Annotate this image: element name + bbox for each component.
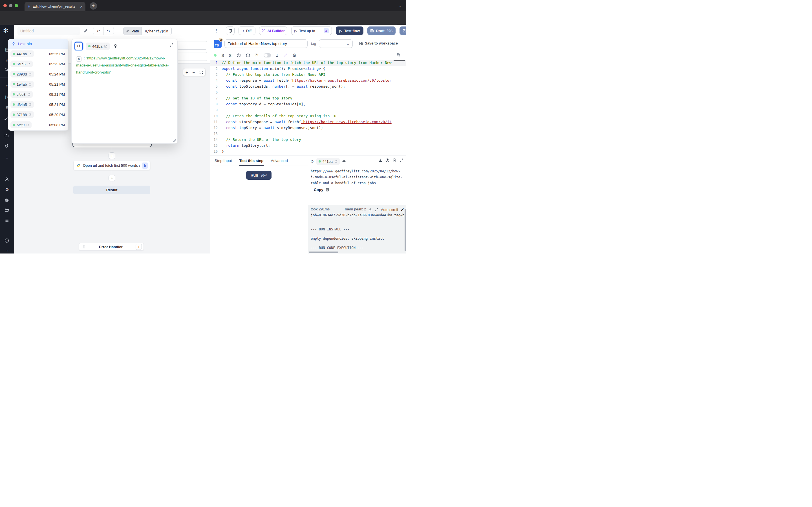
history-icon[interactable]: ↺	[310, 159, 314, 164]
undo-button[interactable]: ↶	[93, 27, 103, 35]
path-value[interactable]: u/henri/pin	[142, 27, 172, 35]
pin-toggle-icon[interactable]	[342, 159, 346, 163]
windmill-logo[interactable]: ✻	[3, 27, 8, 34]
download-logs-icon[interactable]	[368, 208, 372, 212]
user-icon[interactable]	[4, 177, 10, 182]
diff-mode-icon[interactable]: ±	[276, 53, 278, 57]
copy-button[interactable]: Copy	[314, 187, 329, 192]
external-link-icon[interactable]	[26, 123, 29, 126]
code-line[interactable]: 5 const topStoriesIds: number[] = await …	[210, 83, 406, 89]
code-line[interactable]: 7 // Get the ID of the top story	[210, 95, 406, 101]
zoom-out-icon[interactable]: −	[192, 70, 195, 75]
pin-list-item[interactable]: d34a5 05:21 PM	[8, 100, 68, 110]
redo-button[interactable]: ↷	[103, 27, 114, 35]
external-link-icon[interactable]	[335, 160, 338, 163]
error-handler-node[interactable]: Error Handler +	[79, 243, 144, 251]
add-step-button[interactable]: +	[109, 175, 115, 181]
pin-id-pill[interactable]: 2893d	[10, 71, 34, 77]
code-line[interactable]: 1// Define the main function to fetch th…	[210, 60, 406, 66]
auto-scroll-check-icon[interactable]: ✓	[401, 207, 404, 212]
help-icon[interactable]: ?	[4, 238, 10, 243]
editor-settings-gear-icon[interactable]: ⚙	[292, 53, 296, 58]
external-link-icon[interactable]	[29, 52, 32, 55]
resources-icon[interactable]: $	[229, 53, 231, 58]
external-link-icon[interactable]	[104, 45, 107, 48]
fullscreen-icon[interactable]	[400, 158, 403, 162]
code-line[interactable]: 11 const storyResponse = await fetch(`ht…	[210, 119, 406, 125]
pin-id-pill[interactable]: cfee3	[10, 91, 33, 98]
pin-list-item[interactable]: 441ba 05:25 PM	[8, 49, 68, 59]
code-line[interactable]: 4 const response = await fetch('https://…	[210, 77, 406, 83]
flow-title-input[interactable]: Untitled	[17, 27, 80, 35]
pin-list-item[interactable]: cfee3 05:21 PM	[8, 89, 68, 100]
docs-book-button[interactable]	[226, 26, 235, 35]
pin-list-item[interactable]: 6fcf9 05:08 PM	[8, 120, 68, 130]
reload-icon[interactable]: ↻	[255, 53, 259, 58]
workers-robot-icon[interactable]	[4, 198, 10, 202]
external-link-icon[interactable]	[29, 103, 32, 106]
pin-id-pill[interactable]: 1e4ab	[10, 81, 34, 88]
code-line[interactable]: 2export async function main(): Promise<s…	[210, 66, 406, 71]
expand-logs-icon[interactable]	[375, 208, 378, 212]
tab-close-icon[interactable]: ×	[80, 4, 83, 9]
variables-icon[interactable]: $	[221, 53, 224, 58]
code-scrollbar[interactable]	[394, 60, 405, 61]
package-icon[interactable]	[237, 53, 241, 57]
pin-id-pill[interactable]: 37188	[10, 111, 34, 118]
code-line[interactable]: 9	[210, 107, 406, 113]
code-line[interactable]: 15 return topStory.url;	[210, 143, 406, 149]
code-line[interactable]: 12 const topStory = await storyResponse.…	[210, 125, 406, 131]
ai-wand-icon[interactable]	[283, 53, 287, 57]
pin-list-item[interactable]: 2893d 05:24 PM	[8, 69, 68, 79]
logs-vertical-scrollbar[interactable]	[405, 209, 406, 251]
test-up-to-button[interactable]: ▷ Test up to a	[291, 26, 332, 35]
logs-horizontal-scrollbar[interactable]	[309, 251, 338, 253]
save-to-workspace-button[interactable]: Save to workspace	[359, 41, 398, 45]
code-line[interactable]: 13	[210, 131, 406, 136]
draft-button[interactable]: Draft ⌘S	[367, 26, 396, 35]
pin-list-item[interactable]: 6f1c6 05:25 PM	[8, 59, 68, 69]
tab-advanced[interactable]: Advanced	[271, 156, 288, 166]
external-link-icon[interactable]	[29, 113, 32, 116]
add-step-button[interactable]: +	[109, 152, 115, 159]
new-tab-button[interactable]: +	[90, 2, 97, 10]
tag-select[interactable]: ⌄	[319, 40, 353, 48]
code-editor[interactable]: 1// Define the main function to fetch th…	[210, 60, 406, 155]
deploy-button[interactable]: Deploy	[400, 26, 406, 35]
external-link-icon[interactable]	[28, 93, 31, 96]
tab-search-chevron-icon[interactable]: ⌄	[397, 3, 403, 9]
code-line[interactable]: 6	[210, 89, 406, 95]
expand-sidebar-arrow-icon[interactable]: →	[4, 248, 10, 252]
test-flow-button[interactable]: ▷ Test flow	[336, 26, 363, 35]
expand-popup-icon[interactable]	[169, 43, 173, 47]
diff-button[interactable]: ± Diff	[239, 26, 255, 35]
external-link-icon[interactable]	[28, 62, 31, 66]
download-icon[interactable]	[378, 158, 382, 162]
code-line[interactable]: 16}	[210, 149, 406, 154]
pin-list-item[interactable]: 1e4ab 05:21 PM	[8, 79, 68, 89]
resize-handle[interactable]	[173, 139, 175, 142]
step-title-input[interactable]: Fetch url of HackerNews top story	[224, 40, 308, 48]
pin-list-item[interactable]: 37188 05:20 PM	[8, 110, 68, 120]
clipboard-icon[interactable]	[393, 158, 396, 162]
edit-title-pencil-icon[interactable]	[84, 29, 88, 33]
pin-id-pill[interactable]: 6fcf9	[10, 121, 32, 128]
header-kebab-icon[interactable]: ⋮	[214, 28, 218, 33]
flow-step-node[interactable]: Open url and fetch first 500 words of ..…	[73, 161, 150, 170]
pin-toggle-icon[interactable]	[113, 44, 117, 48]
code-line[interactable]: 10 // Fetch the details of the top story…	[210, 113, 406, 119]
code-line[interactable]: 14 // Return the URL of the top story	[210, 136, 406, 143]
result-node[interactable]: Result	[73, 186, 150, 194]
sidebar-item-apps[interactable]	[4, 133, 10, 138]
fit-view-icon[interactable]	[199, 70, 203, 74]
history-button[interactable]: ↺	[74, 42, 83, 50]
zoom-in-icon[interactable]: +	[186, 70, 188, 75]
browser-tab[interactable]: ✻ Edit Flow u/henri/pin_results ×	[24, 2, 86, 11]
minimize-window-button[interactable]	[9, 4, 12, 7]
pin-id-pill[interactable]: 6f1c6	[10, 61, 33, 67]
info-icon[interactable]	[386, 158, 389, 162]
folders-icon[interactable]	[4, 208, 10, 212]
pin-id-pill[interactable]: d34a5	[10, 101, 34, 108]
tab-step-input[interactable]: Step Input	[214, 156, 232, 166]
result-pin-id-pill[interactable]: 441ba	[316, 158, 340, 165]
